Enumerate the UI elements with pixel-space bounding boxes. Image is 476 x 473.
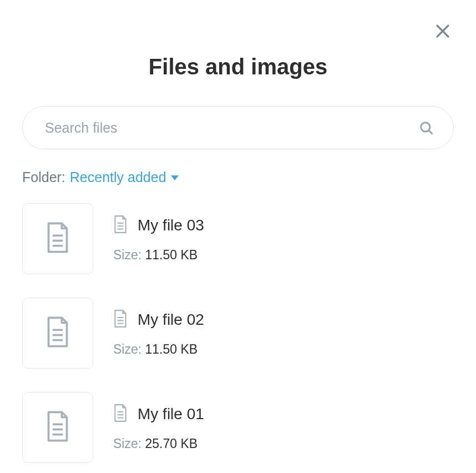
size-value: 11.50 KB xyxy=(145,248,198,262)
size-label: Size: xyxy=(113,436,141,451)
document-icon xyxy=(113,404,128,424)
document-icon xyxy=(45,316,70,350)
document-icon xyxy=(113,310,128,330)
file-item[interactable]: My file 03 Size: 11.50 KB xyxy=(22,203,454,274)
folder-label: Folder: xyxy=(22,169,65,185)
file-name: My file 03 xyxy=(138,217,204,234)
folder-selected-value: Recently added xyxy=(70,169,166,185)
document-icon xyxy=(113,215,128,235)
folder-filter-row: Folder: Recently added xyxy=(22,169,454,185)
file-thumbnail xyxy=(22,298,93,369)
file-item[interactable]: My file 02 Size: 11.50 KB xyxy=(22,298,454,369)
file-thumbnail xyxy=(22,203,93,274)
size-label: Size: xyxy=(113,342,141,356)
file-name-row: My file 03 xyxy=(113,215,204,235)
caret-down-icon xyxy=(171,175,179,180)
file-name: My file 01 xyxy=(138,405,204,423)
file-meta: My file 02 Size: 11.50 KB xyxy=(113,310,204,357)
size-label: Size: xyxy=(113,248,141,262)
file-name-row: My file 01 xyxy=(113,404,204,424)
file-thumbnail xyxy=(22,392,93,463)
file-size-row: Size: 11.50 KB xyxy=(113,248,204,263)
page-title: Files and images xyxy=(22,54,454,79)
file-meta: My file 03 Size: 11.50 KB xyxy=(113,215,204,263)
file-list: My file 03 Size: 11.50 KB xyxy=(22,203,454,463)
size-value: 11.50 KB xyxy=(145,342,198,356)
file-size-row: Size: 11.50 KB xyxy=(113,342,204,357)
file-name-row: My file 02 xyxy=(113,310,204,330)
svg-line-3 xyxy=(429,130,432,134)
search-icon xyxy=(418,120,434,135)
search-input[interactable] xyxy=(22,106,454,149)
close-button[interactable] xyxy=(432,21,454,43)
file-name: My file 02 xyxy=(138,311,204,329)
file-meta: My file 01 Size: 25.70 KB xyxy=(113,404,204,451)
document-icon xyxy=(45,222,70,255)
close-icon xyxy=(433,22,452,43)
file-size-row: Size: 25.70 KB xyxy=(113,436,204,451)
file-item[interactable]: My file 01 Size: 25.70 KB xyxy=(22,392,454,463)
size-value: 25.70 KB xyxy=(145,436,198,451)
folder-select[interactable]: Recently added xyxy=(70,169,179,185)
search-wrapper xyxy=(22,106,454,149)
document-icon xyxy=(45,411,70,444)
